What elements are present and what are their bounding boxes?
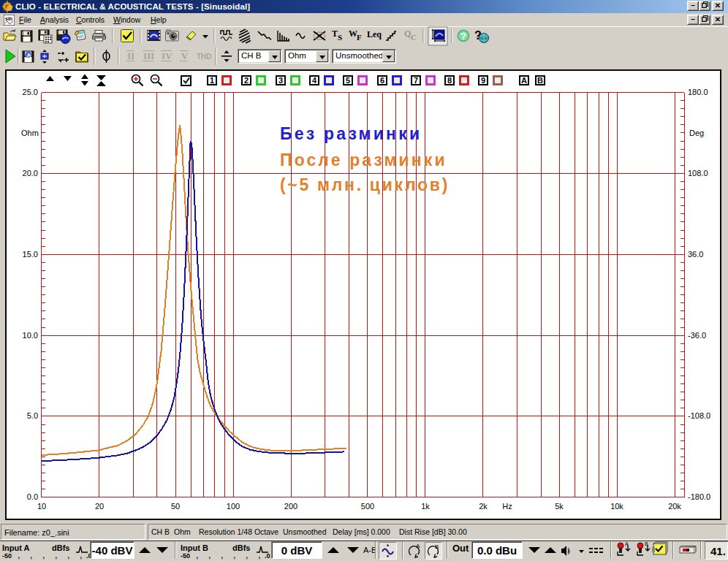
svg-text:A: A	[416, 543, 420, 549]
svg-text:A: A	[625, 541, 629, 546]
svg-text:B: B	[645, 541, 648, 546]
svg-text:B: B	[435, 543, 439, 550]
